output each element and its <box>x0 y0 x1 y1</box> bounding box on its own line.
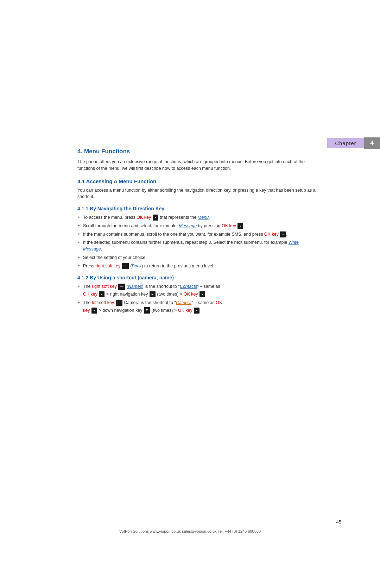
page-container: Chapter 4 4. Menu Functions The phone of… <box>0 0 380 588</box>
section4-heading: 4. Menu Functions <box>77 148 317 155</box>
right-soft-icon: — <box>118 284 125 290</box>
ok-label4: key <box>83 308 90 313</box>
bullet-item: The right soft key — (Names) is the shor… <box>77 283 317 298</box>
ok-label: OK key <box>83 292 97 297</box>
ok-key-icon: ▪ <box>153 215 158 221</box>
ok-icon3: ▪ <box>91 308 97 314</box>
shortcut-line1: OK key ▪ > right navigation key ► (two t… <box>83 291 317 298</box>
section41-heading: 4.1 Accessing A Menu Function <box>77 178 317 184</box>
bullet-item: The left soft key — Camera is the shortc… <box>77 299 317 314</box>
footer: VoIPon Solutions www.voipon.co.uk sales@… <box>0 527 380 533</box>
ok-key-label2: OK key <box>222 223 236 228</box>
chapter-number: 4 <box>364 137 380 149</box>
camera-link: Camera <box>176 300 191 305</box>
bullet-item: If the menu contains submenus, scroll to… <box>77 231 317 238</box>
message-link: Message <box>179 223 197 228</box>
page-number: 45 <box>336 519 341 525</box>
right-soft-label: right soft key <box>92 284 117 289</box>
ok-key-icon2: ▪ <box>238 223 243 229</box>
ok-key-icon3: ▪ <box>280 231 286 237</box>
names-link: Names <box>128 284 142 289</box>
contacts-link: Contacts <box>180 284 197 289</box>
down-nav-icon: ▼ <box>144 307 150 314</box>
ok-icon4: ▪ <box>194 308 200 314</box>
shortcut-line2: key ▪ > down navigation key ▼ (two times… <box>83 307 317 314</box>
ok-key-label3: OK key <box>264 232 279 237</box>
section412-bullets: The right soft key — (Names) is the shor… <box>77 283 317 314</box>
chapter-label: Chapter <box>327 138 364 148</box>
left-soft-icon: — <box>116 300 122 306</box>
right-nav-icon: ► <box>150 291 156 298</box>
menu-link: Menu <box>198 215 209 220</box>
left-soft-label: left soft key <box>92 300 114 305</box>
main-content: 4. Menu Functions The phone offers you a… <box>77 148 317 316</box>
ok-label3: OK <box>216 300 222 305</box>
ok-icon: ▪ <box>99 291 104 297</box>
ok-label2: OK key <box>184 292 198 297</box>
section411-bullets: To access the menu, press OK key ▪ that … <box>77 214 317 269</box>
write-message-link: Write Message <box>83 240 299 252</box>
bullet-item: To access the menu, press OK key ▪ that … <box>77 214 317 221</box>
right-soft-key-icon: — <box>122 263 129 269</box>
right-soft-key-label: right soft key <box>95 264 120 268</box>
chapter-banner: Chapter 4 <box>327 137 380 149</box>
section41-body: You can access a menu function by either… <box>77 187 317 200</box>
ok-icon2: ▪ <box>200 291 205 297</box>
bullet-item: Select the setting of your choice. <box>77 254 317 261</box>
bullet-item: Scroll through the menu and select, for … <box>77 223 317 229</box>
back-link: Back <box>132 264 141 268</box>
ok-label5: OK key <box>178 308 192 313</box>
section412-heading: 4.1.2 By Using a shortcut (camera, name) <box>77 275 317 280</box>
ok-key-label: OK key <box>137 215 151 220</box>
section4-body: The phone offers you an extensive range … <box>77 159 317 172</box>
bullet-item: If the selected submenu contains further… <box>77 239 317 253</box>
bullet-item: Press right soft key — (Back) to return … <box>77 263 317 270</box>
section411-heading: 4.1.1 By Navigating the Direction Key <box>77 206 317 211</box>
